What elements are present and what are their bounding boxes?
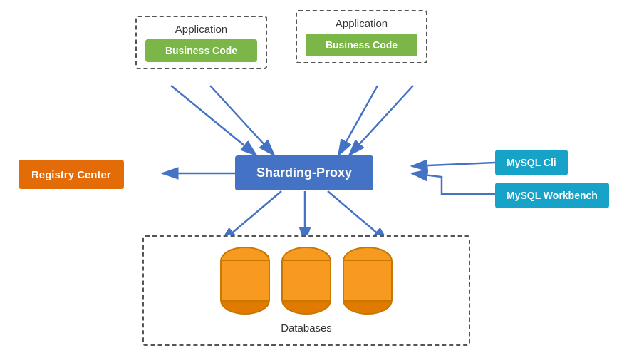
diagram: Application Business Code Application Bu…: [0, 0, 644, 363]
mysql-cli-box: MySQL Cli: [495, 150, 568, 175]
app2-box: Application Business Code: [296, 10, 427, 63]
db-bottom-3: [343, 300, 393, 315]
db-body-2: [281, 261, 331, 300]
sharding-proxy-label: Sharding-Proxy: [256, 165, 352, 180]
db-bottom-2: [281, 300, 331, 315]
db-body-3: [343, 261, 393, 300]
mysql-workbench-box: MySQL Workbench: [495, 183, 609, 208]
db-cylinder-3: [343, 247, 393, 315]
db-bottom-1: [220, 300, 270, 315]
registry-center-box: Registry Center: [19, 160, 124, 189]
svg-line-2: [210, 86, 274, 155]
svg-line-5: [349, 86, 413, 155]
db-body-1: [220, 261, 270, 300]
db-top-3: [343, 247, 393, 261]
app2-label: Application: [306, 17, 417, 29]
mysql-cli-label: MySQL Cli: [507, 157, 556, 168]
databases-container: Databases: [142, 235, 470, 346]
databases-label: Databases: [144, 322, 469, 334]
db-cylinders-row: [144, 237, 469, 317]
db-top-1: [220, 247, 270, 261]
app1-label: Application: [145, 23, 257, 35]
svg-line-7: [412, 163, 495, 166]
db-cylinder-1: [220, 247, 270, 315]
registry-center-label: Registry Center: [31, 168, 111, 180]
db-cylinder-2: [281, 247, 331, 315]
db-top-2: [281, 247, 331, 261]
sharding-proxy-box: Sharding-Proxy: [235, 155, 373, 190]
mysql-workbench-label: MySQL Workbench: [507, 190, 598, 201]
svg-line-4: [171, 86, 256, 155]
app2-business-code: Business Code: [306, 34, 417, 56]
app1-box: Application Business Code: [135, 16, 267, 69]
app1-business-code: Business Code: [145, 39, 257, 62]
svg-line-3: [338, 86, 378, 155]
